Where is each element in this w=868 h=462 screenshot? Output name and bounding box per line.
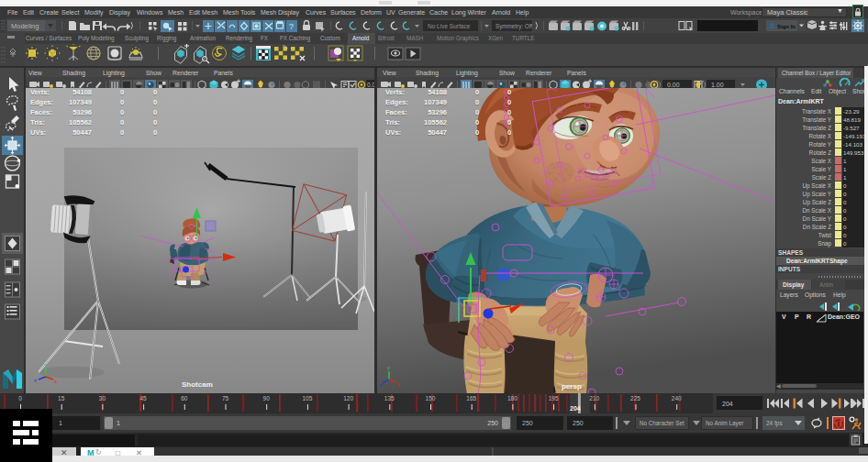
- svg-text:135: 135: [384, 395, 395, 402]
- svg-text:y: y: [387, 365, 390, 370]
- svg-text:240: 240: [672, 395, 682, 402]
- svg-text:?: ?: [289, 22, 294, 31]
- svg-text:y: y: [44, 362, 47, 368]
- svg-text:204: 204: [722, 401, 733, 407]
- svg-text:75: 75: [222, 395, 229, 402]
- svg-text:210: 210: [589, 395, 599, 402]
- svg-text:Modeling: Modeling: [11, 22, 39, 30]
- svg-text:45: 45: [139, 395, 147, 402]
- svg-text:15: 15: [58, 395, 65, 402]
- svg-text:Shotcam: Shotcam: [182, 380, 213, 389]
- svg-text:Symmetry: Off: Symmetry: Off: [495, 23, 532, 30]
- svg-text:90: 90: [263, 395, 271, 402]
- svg-text:150: 150: [426, 395, 436, 402]
- svg-text:30: 30: [99, 395, 106, 402]
- svg-text:120: 120: [343, 395, 353, 402]
- svg-text:Sign In: Sign In: [777, 24, 796, 29]
- svg-text:0: 0: [18, 395, 22, 402]
- svg-text:165: 165: [466, 395, 476, 402]
- svg-text:204: 204: [570, 405, 581, 412]
- svg-text:195: 195: [549, 395, 559, 402]
- svg-text:persp: persp: [562, 382, 582, 390]
- svg-text:0.0: 0.0: [367, 82, 374, 88]
- svg-text:x: x: [54, 379, 57, 384]
- svg-text:z: z: [379, 382, 382, 388]
- svg-text:60: 60: [181, 395, 188, 402]
- svg-text:105: 105: [302, 395, 312, 402]
- svg-text:0.00: 0.00: [667, 82, 680, 88]
- svg-text:x: x: [397, 381, 400, 387]
- svg-text:No Live Surface: No Live Surface: [428, 23, 471, 29]
- svg-text:z: z: [34, 378, 37, 383]
- svg-text:1.00: 1.00: [711, 82, 724, 88]
- svg-text:180: 180: [507, 395, 517, 402]
- svg-text:225: 225: [630, 395, 640, 402]
